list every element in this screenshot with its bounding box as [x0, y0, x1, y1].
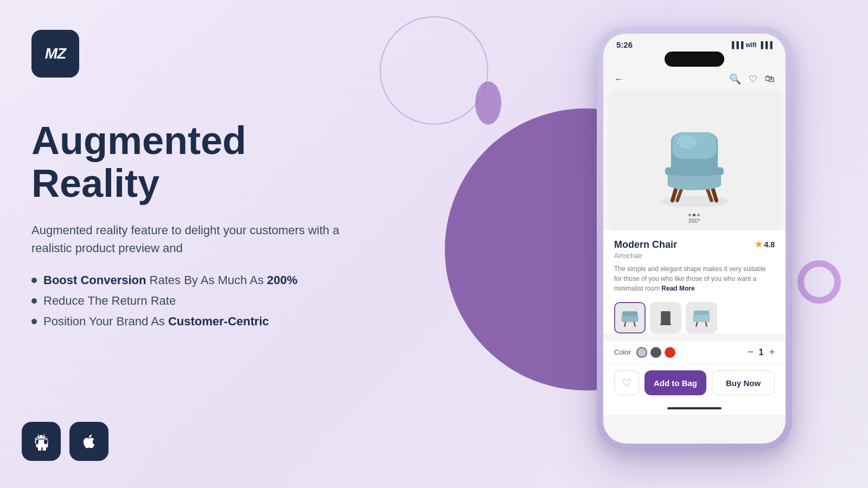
apple-icon[interactable] [69, 422, 108, 461]
rot-dot-2 [693, 214, 695, 216]
thumb-1-image [617, 305, 642, 330]
wishlist-button[interactable]: ♡ [614, 370, 639, 395]
app-nav: ← 🔍 ♡ 🛍 [603, 71, 786, 89]
logo-text: MZ [45, 45, 66, 62]
svg-rect-18 [693, 313, 710, 322]
quantity-increase[interactable]: + [769, 346, 775, 358]
svg-point-11 [678, 135, 697, 149]
subtitle-text: Augmented reality feature to delight you… [31, 221, 379, 257]
back-icon[interactable]: ← [614, 74, 624, 85]
status-time: 5:26 [616, 40, 633, 49]
svg-rect-19 [694, 311, 709, 315]
home-indicator [603, 402, 786, 415]
product-image-area: 360° [608, 89, 781, 230]
android-icon[interactable] [22, 422, 61, 461]
rotation-label: 360° [688, 217, 701, 224]
logo: MZ [31, 30, 79, 78]
rot-dot-1 [688, 214, 691, 216]
svg-line-20 [696, 322, 697, 327]
bullet-item-1: Boost Conversion Rates By As Much As 200… [31, 273, 379, 287]
rotation-indicator: 360° [688, 214, 701, 224]
thumb-3-image [689, 305, 714, 330]
svg-rect-16 [661, 311, 671, 324]
rating-value: 4.8 [764, 240, 775, 249]
quantity-control: − 1 + [748, 346, 775, 358]
phone-outer: 5:26 ▐▐▐ wifi ▐▐▐ ← 🔍 ♡ 🛍 [597, 27, 792, 450]
heart-icon[interactable]: ♡ [749, 73, 757, 85]
bag-icon[interactable]: 🛍 [765, 73, 775, 85]
svg-rect-10 [713, 168, 724, 175]
quantity-value: 1 [759, 348, 764, 357]
product-image [646, 106, 743, 214]
signal-icon: ▐▐▐ [730, 41, 744, 49]
product-rating: ★ 4.8 [755, 239, 775, 249]
product-details-section: Modern Chair ★ 4.8 Armchair The simple a… [603, 230, 786, 302]
svg-line-15 [634, 322, 635, 327]
svg-line-14 [624, 322, 626, 327]
bg-ring-right [797, 260, 841, 304]
phone-screen: 5:26 ▐▐▐ wifi ▐▐▐ ← 🔍 ♡ 🛍 [603, 34, 786, 444]
product-name: Modern Chair [614, 239, 677, 251]
color-qty-row: Color − 1 + [603, 341, 786, 363]
wifi-icon: wifi [745, 41, 756, 49]
thumbnail-3[interactable] [686, 302, 717, 333]
phone-inner: 5:26 ▐▐▐ wifi ▐▐▐ ← 🔍 ♡ 🛍 [603, 34, 786, 444]
star-icon: ★ [755, 239, 762, 249]
product-type: Armchair [614, 252, 775, 260]
bullet-dot-2 [31, 298, 37, 304]
feature-list: Boost Conversion Rates By As Much As 200… [31, 273, 379, 329]
svg-rect-9 [665, 168, 676, 175]
color-dot-red[interactable] [665, 347, 675, 358]
product-description: The simple and elegant shape makes it ve… [614, 264, 775, 293]
thumb-2-image [653, 305, 678, 330]
left-content: Augmented Reality Augmented reality feat… [31, 119, 379, 335]
status-icons: ▐▐▐ wifi ▐▐▐ [730, 41, 773, 49]
svg-rect-13 [622, 311, 637, 316]
search-icon[interactable]: 🔍 [729, 73, 741, 85]
bg-blob-top-right [475, 81, 501, 125]
svg-line-21 [706, 322, 707, 327]
svg-rect-17 [660, 324, 671, 325]
status-bar: 5:26 ▐▐▐ wifi ▐▐▐ [603, 34, 786, 52]
bullet-item-3: Position Your Brand As Customer-Centric [31, 314, 379, 329]
dynamic-island [665, 52, 724, 67]
nav-right-icons: 🔍 ♡ 🛍 [729, 73, 775, 85]
bullet-1-text: Boost Conversion Rates By As Much As 200… [43, 273, 297, 287]
buy-now-button[interactable]: Buy Now [712, 370, 775, 395]
bullet-dot-3 [31, 319, 37, 324]
svg-point-0 [660, 196, 729, 208]
bg-circle-outline [380, 16, 488, 125]
quantity-decrease[interactable]: − [748, 346, 754, 358]
bullet-dot-1 [31, 278, 37, 283]
thumbnail-1[interactable] [614, 302, 646, 333]
thumbnail-2[interactable] [650, 302, 681, 333]
read-more-link[interactable]: Read More [661, 285, 694, 292]
bullet-2-text: Reduce The Return Rate [43, 294, 176, 308]
rot-dot-3 [697, 214, 700, 216]
store-icons [22, 422, 108, 461]
color-section: Color [614, 347, 675, 358]
color-options [636, 347, 675, 358]
rotation-dots [688, 214, 700, 216]
bullet-3-text: Position Your Brand As Customer-Centric [43, 314, 269, 329]
phone-mockup: 5:26 ▐▐▐ wifi ▐▐▐ ← 🔍 ♡ 🛍 [597, 27, 792, 455]
add-to-bag-button[interactable]: Add to Bag [644, 370, 706, 395]
product-thumbnails [603, 302, 786, 333]
color-dot-dark[interactable] [650, 347, 661, 358]
color-label: Color [614, 348, 631, 356]
wishlist-icon: ♡ [622, 376, 631, 389]
page-title: Augmented Reality [31, 119, 379, 205]
action-bar: ♡ Add to Bag Buy Now [603, 363, 786, 402]
bullet-item-2: Reduce The Return Rate [31, 294, 379, 308]
color-dot-gray[interactable] [636, 347, 647, 358]
battery-icon: ▐▐▐ [758, 41, 773, 49]
product-header: Modern Chair ★ 4.8 [614, 239, 775, 251]
home-bar [667, 407, 722, 409]
